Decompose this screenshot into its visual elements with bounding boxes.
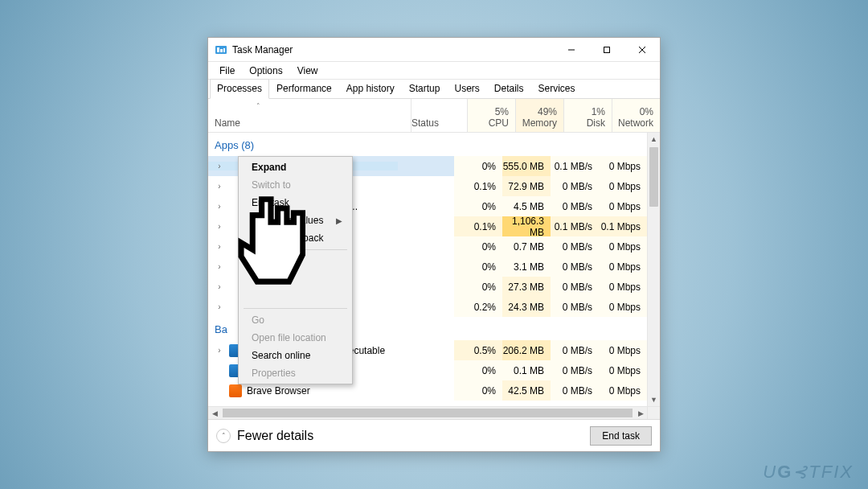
cpu-cell: 0% [454,156,502,176]
scroll-down-icon[interactable]: ▼ [648,393,660,406]
ctx-hidden-3[interactable] [240,288,350,306]
tab-bar: Processes Performance App history Startu… [208,80,660,99]
mem-cell: 555.0 MB [502,156,551,176]
close-button[interactable] [624,38,660,62]
ctx-end-task[interactable]: End task [240,194,350,212]
context-menu: Expand Switch to End task Resource value… [238,156,353,384]
ctx-open-file-location: Open file location [240,329,350,347]
ctx-resource-values[interactable]: Resource values ▶ [240,212,350,229]
scroll-up-icon[interactable]: ▲ [648,133,660,146]
tab-app-history[interactable]: App history [339,79,402,99]
col-network[interactable]: 0% Network [612,99,660,132]
ctx-expand[interactable]: Expand [240,158,350,176]
ctx-hidden-2[interactable] [240,270,350,288]
title-bar: Task Manager [208,38,660,62]
chevron-right-icon[interactable]: › [215,162,224,171]
scroll-left-icon[interactable]: ◀ [208,407,221,419]
chevron-right-icon[interactable]: › [215,262,224,271]
menu-separator [244,249,347,250]
tab-users[interactable]: Users [447,79,486,99]
window-title: Task Manager [232,44,293,55]
sort-arrow-icon: ˄ [256,102,260,110]
horizontal-scrollbar[interactable]: ◀ ▶ [208,406,647,419]
brave-icon [229,384,242,397]
menu-bar: File Options View [208,62,660,80]
scroll-corner [647,406,660,419]
chevron-up-icon[interactable]: ˄ [216,429,231,443]
vertical-scrollbar[interactable]: ▲ ▼ [647,133,660,406]
process-name: Brave Browser [247,385,310,397]
ctx-properties: Properties [240,364,350,382]
col-status[interactable]: Status [411,99,467,132]
col-cpu[interactable]: 5% CPU [467,99,515,132]
footer-bar: ˄ Fewer details End task [208,419,660,451]
chevron-right-icon[interactable]: › [215,242,224,251]
window-controls [554,38,660,62]
fewer-details-link[interactable]: Fewer details [237,429,313,443]
chevron-right-icon: ▶ [336,216,342,225]
col-name[interactable]: ˄ Name [208,99,411,132]
menu-file[interactable]: File [213,64,241,78]
col-disk[interactable]: 1% Disk [563,99,612,132]
ctx-search-online[interactable]: Search online [240,347,350,364]
menu-view[interactable]: View [291,64,325,78]
ctx-provide-feedback[interactable]: Provide feedback [240,229,350,247]
tab-startup[interactable]: Startup [402,79,448,99]
ctx-go-to-details: Go [240,311,350,329]
scroll-thumb[interactable] [223,409,633,417]
watermark: UG⊰TFIX [763,462,854,483]
maximize-button[interactable] [589,38,624,62]
svg-rect-5 [604,47,610,52]
minimize-button[interactable] [554,38,589,62]
scroll-right-icon[interactable]: ▶ [634,407,647,419]
column-headers: ˄ Name Status 5% CPU 49% Memory 1% Disk … [208,99,660,133]
tab-processes[interactable]: Processes [210,79,269,99]
col-memory[interactable]: 49% Memory [515,99,563,132]
ctx-hidden-1[interactable] [240,253,350,270]
ctx-switch-to: Switch to [240,176,350,194]
menu-options[interactable]: Options [243,64,289,78]
menu-separator [244,308,347,309]
tab-details[interactable]: Details [487,79,531,99]
svg-rect-3 [223,48,225,52]
net-cell: 0 Mbps [599,156,647,176]
chevron-right-icon[interactable]: › [215,222,224,231]
tab-services[interactable]: Services [531,79,583,99]
chevron-right-icon[interactable]: › [215,302,224,311]
chevron-right-icon[interactable]: › [215,346,224,355]
scroll-thumb[interactable] [649,147,658,207]
disk-cell: 0.1 MB/s [551,156,599,176]
tab-performance[interactable]: Performance [269,79,339,99]
chevron-right-icon[interactable]: › [215,282,224,291]
end-task-button[interactable]: End task [590,426,652,446]
chevron-right-icon[interactable]: › [215,202,224,211]
svg-rect-2 [220,49,223,52]
app-icon [215,43,227,56]
chevron-right-icon[interactable]: › [215,182,224,191]
group-apps: Apps (8) [208,133,647,156]
svg-rect-1 [217,47,219,52]
